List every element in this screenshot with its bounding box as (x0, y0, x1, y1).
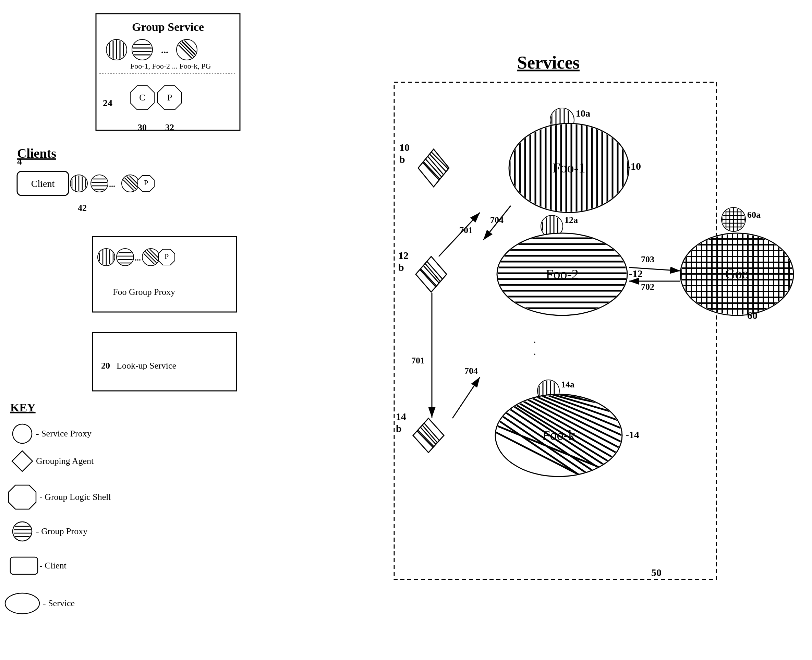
label-704-top: 704 (490, 215, 503, 225)
clients-heading: Clients (17, 146, 56, 160)
label-60a: 60a (747, 210, 761, 220)
key-group-logic-shell: - Group Logic Shell (40, 492, 111, 502)
key-service: - Service (43, 598, 75, 608)
dots-client: ... (109, 180, 115, 189)
dots-between: . (533, 333, 536, 345)
label-60: 60 (747, 309, 758, 321)
foo2-label: Foo-2 (546, 267, 579, 282)
label-701-bot: 701 (411, 355, 425, 365)
key-client: - Client (40, 560, 66, 571)
svg-rect-78 (10, 557, 38, 574)
services-title: Services (517, 53, 579, 72)
lookup-label: Look-up Service (117, 361, 176, 371)
label-701-top: 701 (459, 225, 473, 235)
foo-proxy-label: Foo Group Proxy (113, 287, 175, 297)
svg-marker-71 (9, 485, 36, 509)
svg-point-69 (13, 424, 32, 443)
label-50: 50 (651, 567, 662, 578)
lookup-number: 20 (101, 361, 110, 371)
dots-fp: ... (135, 253, 141, 262)
group-service-icons-label: Foo-1, Foo-2 ... Foo-k, PG (130, 62, 211, 70)
svg-line-241 (453, 377, 480, 418)
label-704-bot: 704 (464, 366, 478, 376)
client-label: Client (31, 178, 55, 189)
client-42: 42 (78, 203, 87, 213)
foo1-label: Foo-1 (552, 160, 586, 176)
svg-rect-46 (93, 236, 236, 312)
svg-point-8 (132, 40, 152, 60)
label-12a: 12a (565, 215, 578, 225)
key-group-proxy: - Group Proxy (36, 526, 87, 536)
client-number: 4 (17, 156, 22, 167)
label-702: 702 (641, 282, 654, 292)
label-14b-txt: b (396, 423, 402, 434)
svg-point-72 (13, 522, 32, 541)
gs-p-label: P (167, 92, 172, 103)
dots-between2: . (533, 346, 536, 357)
svg-point-79 (5, 593, 40, 614)
key-title: KEY (10, 401, 36, 414)
label-14: 14 (396, 411, 406, 422)
goo-label: Goo (725, 266, 749, 281)
fook-label: Foo-k (542, 428, 575, 443)
gs-32-label: 32 (165, 122, 174, 132)
gs-30-label: 30 (138, 122, 147, 132)
label-10a: 10a (576, 108, 590, 119)
label-703: 703 (641, 254, 654, 264)
label-14-right: -14 (625, 429, 639, 440)
dots1: ... (161, 44, 168, 55)
label-10: 10 (399, 141, 410, 153)
label-10-right: -10 (627, 160, 641, 172)
group-service-title: Group Service (132, 21, 204, 33)
gs-c-label: C (139, 92, 145, 103)
label-12b: b (398, 262, 404, 273)
key-grouping-agent: Grouping Agent (36, 456, 94, 466)
gs-number: 24 (103, 98, 112, 108)
label-12: 12 (398, 250, 408, 261)
fp-p: P (165, 252, 169, 260)
diagram-container: Group Service ... Foo-1, Foo-2 ... Fo (0, 0, 812, 660)
key-service-proxy: - Service Proxy (36, 428, 92, 438)
label-10b: b (399, 154, 405, 165)
svg-marker-70 (12, 451, 33, 471)
label-12-right: -12 (629, 268, 643, 279)
label-14a: 14a (561, 379, 575, 389)
client-p: P (144, 178, 148, 187)
